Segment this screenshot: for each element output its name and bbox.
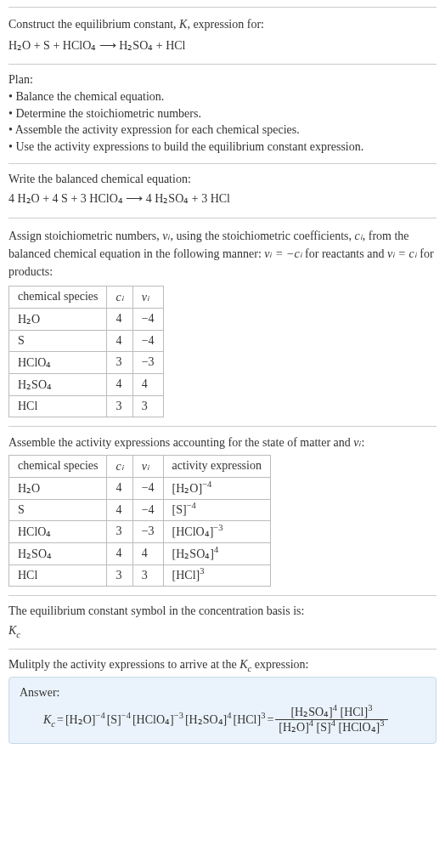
- stoich-ci: cᵢ: [355, 230, 363, 242]
- stoich-nu-neg: νᵢ = −cᵢ: [264, 247, 301, 260]
- plan-item: • Determine the stoichiometric numbers.: [8, 105, 437, 122]
- a-exp: −4: [187, 501, 196, 510]
- cell-c: 4: [107, 330, 132, 351]
- ksym-section: The equilibrium constant symbol in the c…: [8, 595, 437, 649]
- ans-lhs-base: K: [43, 713, 51, 726]
- a-base: [S]: [172, 503, 187, 516]
- a-exp: 3: [200, 566, 204, 576]
- d-e: 4: [309, 718, 313, 728]
- n-b: [HCl]: [341, 706, 369, 718]
- answer-label: Answer:: [20, 686, 425, 700]
- num-term: [HCl]3: [341, 706, 373, 718]
- stoich-head: Assign stoichiometric numbers, νᵢ, using…: [8, 227, 437, 281]
- table-row: S4−4[S]−4: [9, 499, 271, 520]
- table-row: S4−4: [9, 330, 164, 351]
- activity-head-b: :: [362, 436, 365, 449]
- balanced-section: Write the balanced chemical equation: 4 …: [8, 163, 437, 217]
- cell-c: 4: [107, 542, 132, 564]
- activity-nu: νᵢ: [353, 436, 361, 449]
- ans-lhs-sub: c: [51, 718, 55, 728]
- a-exp: −3: [213, 523, 222, 532]
- table-row: HCl33[HCl]3: [9, 564, 271, 586]
- intro-text-b: , expression for:: [187, 18, 264, 31]
- ans-term: [H₂O]−4: [65, 712, 105, 727]
- stoich-section: Assign stoichiometric numbers, νᵢ, using…: [8, 218, 437, 426]
- mult-section: Mulitply the activity expressions to arr…: [8, 649, 437, 752]
- table-row: H₂SO₄44: [9, 373, 164, 395]
- ans-lhs: Kc: [43, 713, 55, 727]
- activity-head: Assemble the activity expressions accoun…: [8, 435, 437, 450]
- col-activity: activity expression: [163, 455, 270, 477]
- intro-line1: Construct the equilibrium constant, K, e…: [8, 16, 437, 33]
- cell-v: −4: [132, 308, 163, 330]
- ksym-value: Kc: [8, 621, 437, 640]
- stoich-head-b: , using the stoichiometric coefficients,: [170, 230, 354, 242]
- plan-list: • Balance the chemical equation. • Deter…: [8, 88, 437, 155]
- plan-item: • Balance the chemical equation.: [8, 88, 437, 105]
- t-b: [S]: [107, 713, 121, 726]
- intro-text-a: Construct the equilibrium constant,: [8, 18, 179, 31]
- t-b: [HClO₄]: [132, 713, 174, 726]
- cell-a: [S]−4: [163, 499, 270, 520]
- ans-term: [H₂SO₄]4: [185, 712, 232, 727]
- frac-den: [H₂O]4 [S]4 [HClO₄]3: [275, 719, 387, 735]
- table-row: H₂O4−4: [9, 308, 164, 330]
- cell-v: 3: [132, 395, 163, 417]
- table-row: HClO₄3−3: [9, 351, 164, 373]
- d-b: [H₂O]: [279, 721, 309, 734]
- table-row: chemical species cᵢ νᵢ: [9, 286, 164, 308]
- ans-eq2: =: [267, 713, 273, 727]
- cell-c: 3: [107, 564, 132, 586]
- cell-c: 4: [107, 477, 132, 499]
- cell-sp: S: [9, 499, 107, 520]
- ans-term: [S]−4: [107, 713, 131, 727]
- cell-sp: HClO₄: [9, 351, 107, 373]
- cell-v: −4: [132, 499, 163, 520]
- table-row: H₂O4−4[H₂O]−4: [9, 477, 271, 499]
- balanced-head: Write the balanced chemical equation:: [8, 173, 437, 186]
- den-term: [S]4: [317, 721, 335, 734]
- cell-a: [H₂O]−4: [163, 477, 270, 499]
- cell-v: −4: [132, 477, 163, 499]
- ksym-head: The equilibrium constant symbol in the c…: [8, 604, 437, 618]
- activity-section: Assemble the activity expressions accoun…: [8, 426, 437, 595]
- t-b: [H₂O]: [65, 713, 96, 726]
- cell-v: 4: [132, 542, 163, 564]
- d-e: 4: [331, 718, 335, 728]
- plan-section: Plan: • Balance the chemical equation. •…: [8, 64, 437, 163]
- table-row: H₂SO₄44[H₂SO₄]4: [9, 542, 271, 564]
- intro-K: K: [179, 18, 187, 31]
- t-e: 3: [261, 711, 265, 720]
- d-e: 3: [380, 718, 384, 728]
- a-base: [H₂O]: [172, 482, 203, 495]
- stoich-nu-pos: νᵢ = cᵢ: [387, 247, 417, 260]
- kc-sub: c: [16, 630, 20, 639]
- intro-section: Construct the equilibrium constant, K, e…: [8, 7, 437, 64]
- t-e: −3: [174, 711, 183, 720]
- cell-sp: H₂O: [9, 477, 107, 499]
- col-species: chemical species: [9, 455, 107, 477]
- cell-sp: S: [9, 330, 107, 351]
- n-b: [H₂SO₄]: [290, 706, 332, 718]
- t-b: [HCl]: [233, 713, 261, 726]
- cell-a: [HClO₄]−3: [163, 520, 270, 542]
- intro-eqn: H₂O + S + HClO₄ ⟶ H₂SO₄ + HCl: [8, 37, 437, 55]
- n-e: 3: [368, 703, 372, 712]
- cell-c: 4: [107, 499, 132, 520]
- num-term: [H₂SO₄]4: [290, 706, 337, 718]
- cell-a: [HCl]3: [163, 564, 270, 586]
- a-exp: 4: [214, 545, 218, 554]
- a-exp: −4: [202, 479, 211, 489]
- stoich-head-a: Assign stoichiometric numbers,: [8, 230, 162, 242]
- den-term: [HClO₄]3: [338, 721, 384, 734]
- col-ci: cᵢ: [107, 286, 132, 308]
- cell-a: [H₂SO₄]4: [163, 542, 270, 564]
- mult-head-a: Mulitply the activity expressions to arr…: [8, 658, 239, 671]
- cell-sp: HCl: [9, 395, 107, 417]
- t-e: 4: [227, 711, 231, 720]
- ans-term: [HClO₄]−3: [132, 712, 183, 727]
- den-term: [H₂O]4: [279, 721, 313, 734]
- cell-c: 3: [107, 520, 132, 542]
- answer-box: Answer: Kc = [H₂O]−4 [S]−4 [HClO₄]−3 [H₂…: [8, 677, 437, 744]
- answer-expr: Kc = [H₂O]−4 [S]−4 [HClO₄]−3 [H₂SO₄]4 [H…: [20, 705, 425, 735]
